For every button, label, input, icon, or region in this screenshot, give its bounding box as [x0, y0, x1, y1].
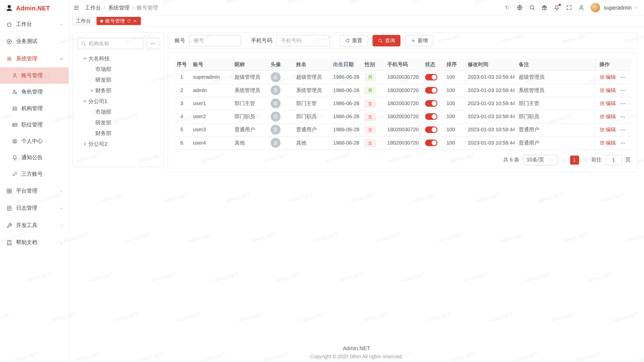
edit-button[interactable]: 编辑 [599, 113, 616, 120]
goto-page-input[interactable] [605, 155, 622, 165]
fullscreen-icon[interactable] [566, 5, 572, 11]
profile-icon[interactable] [578, 5, 584, 11]
cell-actions: 编辑 [595, 97, 631, 110]
sidebar-item-biz-test[interactable]: 业务测试 [0, 33, 69, 50]
status-toggle[interactable] [425, 126, 437, 133]
chevron-down-icon [634, 6, 638, 10]
status-toggle[interactable] [425, 74, 437, 80]
sidebar-item-notice[interactable]: 通知公告 [0, 149, 69, 166]
row-more-button[interactable] [620, 127, 625, 132]
sidebar-item-workbench[interactable]: 工作台 [0, 16, 69, 33]
tree-node[interactable]: 财务部 [78, 128, 159, 139]
breadcrumb-item[interactable]: 系统管理 [108, 4, 130, 11]
cell-phone: 18020030720 [383, 123, 421, 136]
page-size-select[interactable]: 10条/页 [523, 155, 558, 165]
search-button[interactable]: 查询 [373, 35, 400, 47]
cell-remark: 部门主管 [515, 97, 595, 110]
refresh-icon[interactable] [127, 19, 131, 23]
column-header-avatar: 头像 [267, 59, 292, 70]
row-more-button[interactable] [620, 114, 625, 119]
tab-workbench[interactable]: 工作台 [72, 17, 94, 25]
cell-avatar: 普 [267, 123, 292, 136]
page-number-button[interactable]: 1 [570, 155, 579, 164]
column-header-account: 账号 [189, 59, 230, 70]
language-icon[interactable] [517, 5, 523, 11]
next-page-button[interactable] [583, 157, 588, 162]
table-header-row: 序号账号昵称头像姓名出生日期性别手机号码状态排序修改时间备注操作 [175, 59, 631, 70]
status-toggle[interactable] [425, 140, 437, 146]
username[interactable]: superadmin [604, 5, 632, 11]
sidebar-item-dev-tools[interactable]: 开发工具 [0, 217, 69, 234]
tree-node[interactable]: 市场部 [78, 107, 159, 117]
sidebar-item-system-management[interactable]: 系统管理 [0, 50, 69, 67]
cell-remark: 普通用户 [515, 123, 595, 136]
cell-name: 部门职员 [292, 110, 329, 123]
cell-birthdate: 1986-06-28 [329, 97, 361, 110]
tree-more-button[interactable] [147, 38, 159, 49]
sidebar-item-post-management[interactable]: 职位管理 [0, 117, 69, 133]
chevron-down-icon [59, 240, 64, 245]
menu-collapse-icon[interactable] [73, 4, 80, 11]
theme-icon[interactable] [541, 5, 547, 11]
account-input[interactable] [189, 35, 241, 47]
sidebar-item-personal-center[interactable]: 个人中心 [0, 133, 69, 149]
status-toggle[interactable] [425, 87, 437, 94]
caret-right-icon[interactable] [82, 143, 88, 146]
org-search-input[interactable] [78, 38, 143, 49]
sidebar-item-org-management[interactable]: 机构管理 [0, 100, 69, 116]
caret-down-icon[interactable] [82, 58, 88, 60]
cell-modified: 2023-01-03 10:59:44 [464, 110, 514, 123]
search-icon[interactable] [529, 5, 535, 11]
add-button[interactable]: 新增 [405, 35, 433, 47]
breadcrumb-item[interactable]: 工作台 [85, 4, 101, 11]
tree-node[interactable]: 大名科技 [78, 53, 159, 64]
row-more-button[interactable] [620, 140, 625, 146]
row-more-button[interactable] [620, 101, 625, 106]
edit-icon [599, 140, 605, 145]
table-row: 1superadmin超级管理员超超级管理员1986-06-28男1802003… [175, 71, 631, 84]
account-label: 账号 [175, 37, 185, 44]
row-more-button[interactable] [620, 74, 625, 80]
tree-node[interactable]: 财务部 [78, 85, 159, 96]
tree-node[interactable]: 研发部 [78, 117, 159, 128]
cell-status [421, 84, 442, 97]
tree-node[interactable]: 市场部 [78, 64, 159, 75]
edit-button[interactable]: 编辑 [599, 100, 616, 107]
reset-button[interactable]: 重置 [340, 35, 368, 47]
cell-remark: 超级管理员 [515, 71, 595, 84]
edit-button[interactable]: 编辑 [599, 87, 616, 94]
sidebar-item-help-docs[interactable]: 帮助文档 [0, 234, 69, 251]
sidebar-item-role-management[interactable]: 角色管理 [0, 84, 69, 100]
sidebar-item-third-account[interactable]: 三方账号 [0, 166, 69, 182]
cell-status [421, 123, 442, 136]
close-icon[interactable] [133, 19, 137, 23]
status-toggle[interactable] [425, 100, 437, 107]
edit-button[interactable]: 编辑 [599, 126, 616, 133]
caret-right-icon[interactable] [89, 89, 95, 92]
tree-node[interactable]: 分公司2 [78, 139, 159, 149]
tree-node[interactable]: 研发部 [78, 75, 159, 85]
sidebar-item-account-management[interactable]: 账号管理 [0, 67, 69, 84]
notification-icon[interactable] [554, 5, 560, 11]
status-toggle[interactable] [425, 113, 437, 120]
tab-account-management[interactable]: 账号管理 [97, 17, 141, 25]
edit-button[interactable]: 编辑 [599, 139, 616, 146]
prev-page-button[interactable] [561, 157, 566, 162]
doc-icon [6, 240, 12, 246]
cell-status [421, 71, 442, 84]
font-size-icon[interactable]: Tt [504, 5, 510, 11]
logo[interactable]: Admin.NET [0, 0, 69, 16]
row-more-button[interactable] [620, 88, 625, 93]
phone-input[interactable] [276, 35, 330, 47]
edit-button[interactable]: 编辑 [599, 74, 616, 81]
sidebar-item-platform-management[interactable]: 平台管理 [0, 182, 69, 200]
sidebar-item-log-management[interactable]: 日志管理 [0, 199, 69, 217]
caret-down-icon[interactable] [82, 100, 88, 102]
cell-nickname: 部门主管 [230, 97, 267, 110]
tree-node-label: 市场部 [95, 66, 111, 73]
svg-text:t: t [508, 7, 509, 10]
user-avatar[interactable] [591, 3, 600, 12]
tree-node[interactable]: 分公司1 [78, 96, 159, 107]
cell-remark: 系统管理员 [515, 84, 595, 97]
column-header-status: 状态 [421, 59, 442, 70]
